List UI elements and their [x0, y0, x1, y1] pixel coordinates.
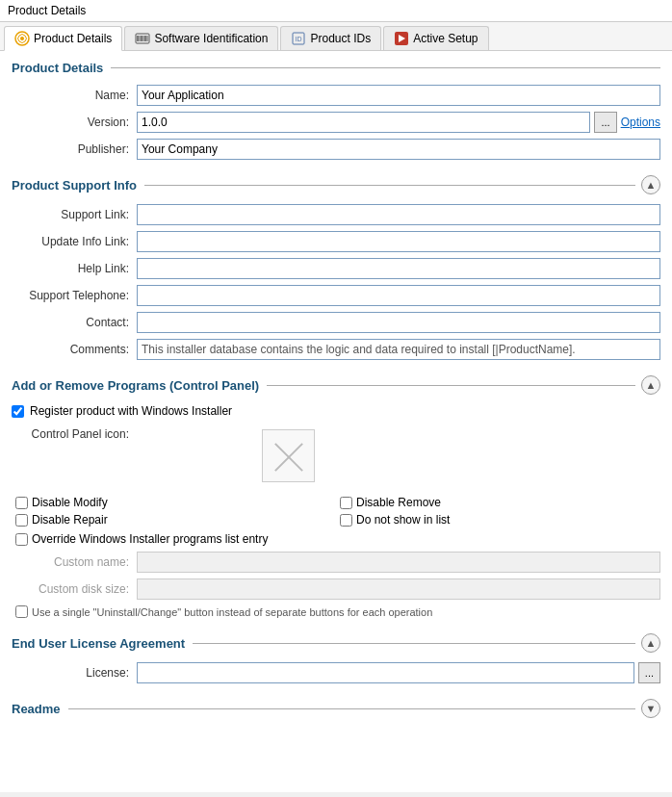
disable-repair-checkbox[interactable] — [15, 514, 28, 527]
label-publisher: Publisher: — [12, 142, 137, 156]
svg-text:ID: ID — [296, 36, 302, 42]
row-custom-name: Custom name: — [12, 552, 660, 573]
section-readme-line — [68, 708, 635, 709]
options-link[interactable]: Options — [621, 116, 660, 129]
title-bar: Product Details — [0, 0, 672, 22]
tab-active-setup[interactable]: Active Setup — [383, 26, 488, 50]
label-comments: Comments: — [12, 343, 137, 356]
section-product-support-info-header: Product Support Info ▲ — [12, 175, 660, 194]
tab-product-details[interactable]: Product Details — [4, 26, 122, 51]
disable-remove-checkbox[interactable] — [340, 497, 352, 509]
version-browse-button[interactable]: ... — [594, 112, 616, 133]
field-support-telephone — [137, 285, 660, 306]
section-eula-title: End User License Agreement — [12, 636, 193, 651]
license-browse-button[interactable]: ... — [638, 662, 660, 683]
register-product-checkbox[interactable] — [12, 405, 24, 418]
section-readme-header: Readme ▼ — [12, 699, 660, 718]
section-product-support-info: Product Support Info ▲ Support Link: Upd… — [12, 175, 660, 360]
disable-repair-label: Disable Repair — [32, 513, 108, 527]
section-readme-title: Readme — [12, 702, 68, 716]
section-support-line — [144, 185, 635, 186]
section-add-remove-programs: Add or Remove Programs (Control Panel) ▲… — [12, 375, 660, 618]
row-custom-disk-size: Custom disk size: — [12, 578, 660, 600]
field-custom-name — [137, 552, 660, 573]
label-custom-name: Custom name: — [12, 555, 137, 569]
cb-row-override: Override Windows Installer programs list… — [12, 532, 660, 546]
input-support-telephone[interactable] — [137, 285, 660, 306]
input-name[interactable] — [137, 85, 660, 106]
cb-item-disable-repair: Disable Repair — [12, 513, 336, 527]
row-version: Version: ... Options — [12, 112, 660, 133]
product-ids-icon: ID — [291, 31, 306, 46]
row-name: Name: — [12, 85, 660, 106]
field-update-info-link — [137, 231, 660, 252]
control-panel-icon-row: Control Panel icon: — [12, 424, 660, 488]
section-product-details-line — [111, 67, 660, 68]
row-support-telephone: Support Telephone: — [12, 285, 660, 306]
cb-item-disable-remove: Disable Remove — [336, 496, 660, 509]
label-support-telephone: Support Telephone: — [12, 289, 137, 302]
label-license: License: — [12, 666, 137, 680]
main-content: Product Details Name: Version: ... Optio… — [0, 51, 672, 792]
cb-item-do-not-show: Do not show in list — [336, 513, 660, 527]
label-update-info-link: Update Info Link: — [12, 235, 137, 248]
row-support-link: Support Link: — [12, 204, 660, 225]
label-help-link: Help Link: — [12, 262, 137, 275]
svg-point-1 — [20, 37, 24, 40]
input-publisher[interactable] — [137, 139, 660, 160]
input-custom-disk-size[interactable] — [137, 578, 660, 600]
collapse-eula-button[interactable]: ▲ — [641, 633, 660, 653]
input-comments[interactable] — [137, 339, 660, 360]
label-custom-disk-size: Custom disk size: — [12, 582, 137, 596]
disable-modify-checkbox[interactable] — [15, 497, 28, 509]
row-update-info-link: Update Info Link: — [12, 231, 660, 252]
section-readme: Readme ▼ — [12, 699, 660, 718]
title-bar-label: Product Details — [8, 4, 86, 17]
collapse-readme-button[interactable]: ▼ — [641, 699, 660, 718]
field-custom-disk-size — [137, 578, 660, 600]
section-product-details-title: Product Details — [12, 61, 111, 75]
do-not-show-checkbox[interactable] — [340, 514, 352, 527]
label-name: Name: — [12, 89, 137, 102]
uninstall-single-checkbox[interactable] — [15, 605, 28, 618]
section-eula: End User License Agreement ▲ License: ..… — [12, 633, 660, 683]
tab-active-setup-label: Active Setup — [413, 32, 478, 45]
row-publisher: Publisher: — [12, 139, 660, 160]
section-add-remove-title: Add or Remove Programs (Control Panel) — [12, 378, 267, 393]
disable-modify-label: Disable Modify — [32, 496, 108, 509]
tab-product-details-label: Product Details — [34, 32, 112, 45]
control-panel-icon-label-text: Control Panel icon: — [12, 424, 137, 441]
input-contact[interactable] — [137, 312, 660, 333]
field-publisher — [137, 139, 660, 160]
label-version: Version: — [12, 116, 137, 129]
input-help-link[interactable] — [137, 258, 660, 279]
input-support-link[interactable] — [137, 204, 660, 225]
tab-product-ids-label: Product IDs — [310, 32, 371, 45]
do-not-show-label: Do not show in list — [356, 513, 450, 527]
field-name — [137, 85, 660, 106]
collapse-add-remove-button[interactable]: ▲ — [641, 375, 660, 395]
field-contact — [137, 312, 660, 333]
control-panel-icon-placeholder — [262, 429, 315, 482]
row-license: License: ... — [12, 662, 660, 683]
field-comments — [137, 339, 660, 360]
row-comments: Comments: — [12, 339, 660, 360]
product-details-icon — [14, 31, 30, 46]
section-product-details: Product Details Name: Version: ... Optio… — [12, 61, 660, 160]
row-contact: Contact: — [12, 312, 660, 333]
input-license[interactable] — [137, 662, 634, 683]
field-version: ... Options — [137, 112, 660, 133]
input-update-info-link[interactable] — [137, 231, 660, 252]
x-mark-icon — [270, 437, 308, 476]
tab-software-identification[interactable]: Software Identification — [124, 26, 278, 50]
input-version[interactable] — [137, 112, 590, 133]
section-add-remove-header: Add or Remove Programs (Control Panel) ▲ — [12, 375, 660, 395]
tab-software-identification-label: Software Identification — [154, 32, 268, 45]
input-custom-name[interactable] — [137, 552, 660, 573]
tab-product-ids[interactable]: ID Product IDs — [280, 26, 381, 50]
tab-bar: Product Details Software Identification … — [0, 22, 672, 51]
row-help-link: Help Link: — [12, 258, 660, 279]
override-programs-checkbox[interactable] — [15, 533, 28, 546]
section-add-remove-line — [267, 385, 635, 386]
collapse-support-button[interactable]: ▲ — [641, 175, 660, 194]
